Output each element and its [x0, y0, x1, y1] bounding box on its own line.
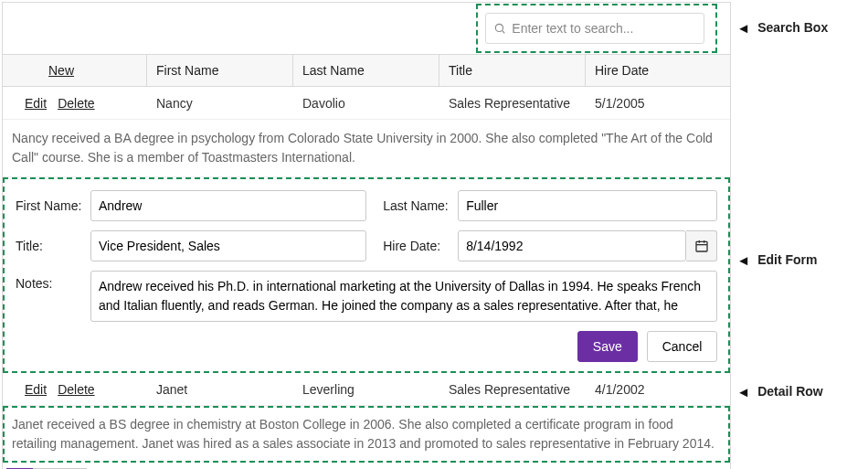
- arrow-left-icon: ◄: [736, 253, 750, 267]
- column-header-last-name[interactable]: Last Name: [293, 55, 439, 86]
- title-label: Title:: [16, 239, 90, 253]
- header-row: New First Name Last Name Title Hire Date: [3, 54, 730, 87]
- cell-title: Sales Representative: [439, 87, 586, 119]
- callout-edit-form: Edit Form: [757, 252, 817, 267]
- first-name-label: First Name:: [16, 198, 90, 213]
- search-placeholder: Enter text to search...: [512, 21, 633, 36]
- column-header-title[interactable]: Title: [439, 55, 586, 86]
- cell-first-name: Nancy: [147, 87, 293, 119]
- edit-link[interactable]: Edit: [25, 96, 47, 111]
- calendar-button[interactable]: [686, 230, 717, 261]
- svg-rect-2: [696, 241, 707, 251]
- search-box-highlight: Enter text to search...: [476, 4, 717, 53]
- cell-hire-date: 4/1/2002: [586, 373, 730, 405]
- last-name-label: Last Name:: [383, 198, 458, 213]
- delete-link[interactable]: Delete: [58, 382, 94, 397]
- cancel-button[interactable]: Cancel: [647, 331, 718, 362]
- search-bar: Enter text to search...: [3, 3, 730, 54]
- last-name-field[interactable]: [458, 190, 717, 221]
- callout-detail-row: Detail Row: [757, 384, 823, 399]
- data-grid: Enter text to search... New First Name L…: [2, 2, 731, 469]
- hire-date-field[interactable]: [458, 230, 686, 261]
- svg-line-1: [503, 31, 505, 34]
- edit-link[interactable]: Edit: [25, 382, 47, 397]
- cell-title: Sales Representative: [439, 373, 586, 405]
- title-field[interactable]: [90, 230, 366, 261]
- table-row: Edit Delete Janet Leverling Sales Repres…: [3, 373, 730, 406]
- calendar-icon: [694, 239, 709, 253]
- search-input[interactable]: Enter text to search...: [485, 13, 704, 44]
- arrow-left-icon: ◄: [736, 21, 750, 35]
- callouts-panel: ◄ Search Box ◄ Edit Form ◄ Detail Row: [731, 2, 866, 399]
- search-icon: [493, 22, 506, 35]
- column-header-hire-date[interactable]: Hire Date: [586, 55, 730, 86]
- detail-row-highlight: Janet received a BS degree in chemistry …: [3, 406, 730, 463]
- edit-form-highlight: First Name: Last Name: Title: Hire Date:: [3, 177, 730, 373]
- notes-field[interactable]: [90, 271, 717, 322]
- detail-row: Nancy received a BA degree in psychology…: [3, 120, 730, 177]
- first-name-field[interactable]: [90, 190, 366, 221]
- cell-last-name: Davolio: [293, 87, 439, 119]
- column-header-first-name[interactable]: First Name: [147, 55, 293, 86]
- svg-point-0: [496, 24, 503, 31]
- cell-last-name: Leverling: [293, 373, 439, 405]
- callout-search-box: Search Box: [757, 20, 828, 35]
- new-link[interactable]: New: [48, 63, 74, 78]
- cell-hire-date: 5/1/2005: [586, 87, 730, 119]
- hire-date-label: Hire Date:: [383, 239, 458, 253]
- table-row: Edit Delete Nancy Davolio Sales Represen…: [3, 87, 730, 120]
- cell-first-name: Janet: [147, 373, 293, 405]
- pager: 1 2 3: [3, 463, 730, 469]
- arrow-left-icon: ◄: [736, 385, 750, 399]
- delete-link[interactable]: Delete: [58, 96, 94, 111]
- save-button[interactable]: Save: [577, 331, 638, 362]
- notes-label: Notes:: [16, 271, 90, 291]
